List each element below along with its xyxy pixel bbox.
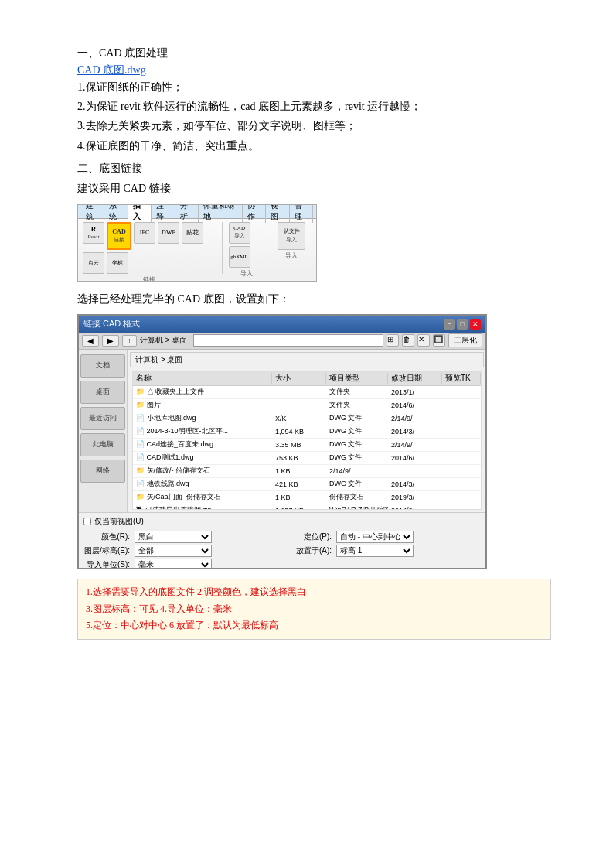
file-name-7: 📄 地铁线路.dwg	[133, 479, 272, 489]
ribbon-tab-manage[interactable]: 管理	[290, 204, 313, 224]
toolbar-forward-btn[interactable]: ▶	[102, 335, 119, 347]
toolbar-icon1[interactable]: ⊞	[387, 334, 399, 347]
placeat-row: 放置于(A): 标高 1	[285, 545, 481, 557]
file-row-3[interactable]: 📄 2014-3-10明理区-北区平... 1,094 KB DWG 文件 20…	[133, 425, 481, 439]
file-type-6: 2/14/9/	[326, 467, 388, 475]
ribbon-btn-from-file[interactable]: 从文件 导入	[278, 222, 305, 250]
ribbon-btn-revit[interactable]: R Revit	[83, 222, 104, 244]
content-line2: 2.为保证 revit 软件运行的流畅性，cad 底图上元素越多，revit 运…	[77, 97, 551, 116]
file-row-6[interactable]: 📁 矢/修改/- 份储存文石 1 KB 2/14/9/	[133, 465, 481, 478]
file-size-4: 3.35 MB	[272, 441, 326, 449]
recommend-text: 建议采用 CAD 链接	[77, 179, 551, 198]
file-size-5: 753 KB	[272, 454, 326, 462]
file-row-2[interactable]: 📄 小地库地图.dwg X/K DWG 文件 2/14/9/	[133, 412, 481, 425]
file-type-0: 文件夹	[326, 387, 388, 397]
current-view-checkbox[interactable]	[83, 518, 91, 525]
ribbon-group-import: CAD 导入 gbXML 导入	[229, 222, 271, 274]
file-type-1: 文件夹	[326, 400, 388, 410]
cad-preview-panel	[486, 350, 487, 512]
ribbon-btn-decal[interactable]: 贴花	[182, 222, 203, 244]
toolbar-icon3[interactable]: ✕	[417, 334, 430, 347]
pointcloud-icon: 点云	[88, 259, 99, 267]
placeat-label: 放置于(A):	[285, 545, 332, 556]
file-size-6: 1 KB	[272, 467, 326, 475]
ribbon-tab-collab[interactable]: 协作	[243, 204, 266, 224]
header-size: 大小	[272, 373, 326, 384]
annotation-line2: 3.图层标高：可见 4.导入单位：毫米	[86, 601, 543, 618]
file-name-4: 📄 CAd连接_百度来.dwg	[133, 439, 272, 449]
ribbon-group-insert-label: 导入	[285, 251, 298, 260]
file-row-4[interactable]: 📄 CAd连接_百度来.dwg 3.35 MB DWG 文件 2/14/9/	[133, 439, 481, 452]
ribbon-tab-system[interactable]: 系统	[104, 204, 128, 224]
cad-import-icon: CAD	[233, 225, 245, 231]
header-type: 项目类型	[326, 373, 388, 384]
ribbon-tab-analyze[interactable]: 分析	[175, 204, 199, 224]
file-date-7: 2014/3/	[388, 480, 442, 488]
header-date: 修改日期	[388, 373, 442, 384]
file-name-1: 📁 图片	[133, 400, 272, 410]
content-line4: 4.保证底图的干净、简洁、突出重点。	[77, 136, 551, 155]
toolbar-new-folder[interactable]: 三层化	[448, 333, 482, 347]
file-date-4: 2/14/9/	[388, 441, 442, 449]
sidebar-computer[interactable]: 此电脑	[80, 433, 125, 456]
placeat-select[interactable]: 标高 1	[336, 545, 414, 557]
toolbar-up-btn[interactable]: ↑	[122, 335, 137, 347]
file-name-5: 📄 CAD测试1.dwg	[133, 453, 272, 463]
file-row-9[interactable]: 🗜 已成功导出连接捆.zip 1,157 KB WinRAR ZIP 压缩文件 …	[133, 504, 481, 510]
section1-title: 一、CAD 底图处理	[77, 46, 551, 60]
ribbon-btn-cad-label: 链接	[114, 236, 124, 244]
ribbon-group-link: R Revit CAD 链接 IFC DWF 贴花 点云	[83, 222, 223, 274]
revit-icon: R	[91, 225, 97, 233]
layers-select[interactable]: 全部	[135, 545, 212, 557]
file-name-3: 📄 2014-3-10明理区-北区平...	[133, 426, 272, 436]
ribbon-tab-view[interactable]: 视图	[266, 204, 289, 224]
file-row-8[interactable]: 📁 矢/Caa门面- 份储存文石 1 KB 份储存文石 2019/3/	[133, 491, 481, 504]
ribbon-btn-pointcloud[interactable]: 点云	[83, 252, 104, 274]
ribbon-body: R Revit CAD 链接 IFC DWF 贴花 点云	[78, 219, 316, 277]
annotation-box: 1.选择需要导入的底图文件 2.调整颜色，建议选择黑白 3.图层标高：可见 4.…	[77, 579, 551, 640]
sidebar-recent[interactable]: 最近访问	[80, 407, 125, 430]
ribbon-group-import-label: 导入	[240, 269, 253, 278]
file-row-0[interactable]: 📁 △ 收藏夹上上文件 文件夹 2013/1/	[133, 386, 481, 399]
ribbon-btn-gbxml[interactable]: gbXML	[229, 246, 250, 268]
file-type-9: WinRAR ZIP 压缩文件	[326, 505, 388, 510]
importunits-select[interactable]: 毫米	[135, 559, 212, 569]
colors-select[interactable]: 黑白	[135, 531, 212, 543]
ribbon-tab-mass[interactable]: 体量和场地	[199, 204, 243, 224]
checkbox-row: 仅当前视图(U)	[83, 516, 481, 527]
sidebar-network[interactable]: 网络	[80, 460, 125, 483]
file-type-4: DWG 文件	[326, 439, 388, 449]
toolbar-icon4[interactable]: 🔲	[433, 334, 445, 347]
ifc-icon: IFC	[140, 229, 149, 236]
sidebar-desktop[interactable]: 桌面	[80, 381, 125, 404]
ribbon-btn-ifc[interactable]: IFC	[134, 222, 155, 244]
dwf-icon: DWF	[162, 229, 175, 236]
cad-preview-area	[486, 352, 487, 453]
sidebar-docs[interactable]: 文档	[80, 354, 125, 378]
file-row-7[interactable]: 📄 地铁线路.dwg 421 KB DWG 文件 2014/3/	[133, 478, 481, 491]
ribbon-btn-coord[interactable]: 坐标	[107, 252, 128, 274]
ribbon-btn-cad-link[interactable]: CAD 链接	[107, 222, 131, 250]
coord-icon: 坐标	[112, 259, 123, 267]
ribbon-tab-insert[interactable]: 插入	[128, 204, 152, 224]
ribbon-btn-dwf[interactable]: DWF	[158, 222, 179, 244]
ribbon-btn-cad-import[interactable]: CAD 导入	[229, 222, 250, 244]
cad-file-area: 计算机 > 桌面 名称 大小 项目类型 修改日期 预览TK 📁 △ 收藏夹上上文…	[128, 350, 486, 512]
position-row: 定位(P): 自动 - 中心到中心	[285, 531, 481, 543]
file-row-5[interactable]: 📄 CAD测试1.dwg 753 KB DWG 文件 2014/6/	[133, 452, 481, 465]
ribbon-tab-build[interactable]: 建筑	[81, 204, 104, 224]
close-button[interactable]: ✕	[470, 319, 481, 330]
toolbar-icon2[interactable]: 🗑	[402, 334, 414, 347]
cad-link[interactable]: CAD 底图.dwg	[77, 64, 146, 76]
ribbon-tab-annotate[interactable]: 注释	[152, 204, 175, 224]
file-name-2: 📄 小地库地图.dwg	[133, 413, 272, 423]
minimize-button[interactable]: －	[444, 319, 455, 330]
file-row-1[interactable]: 📁 图片 文件夹 2014/6/	[133, 399, 481, 412]
gbxml-icon: gbXML	[230, 254, 248, 260]
maximize-button[interactable]: □	[457, 319, 468, 330]
toolbar-back-btn[interactable]: ◀	[82, 335, 99, 347]
file-date-8: 2019/3/	[388, 494, 442, 501]
cad-link-icon: CAD	[112, 228, 125, 235]
position-select[interactable]: 自动 - 中心到中心	[336, 531, 414, 543]
content-line3: 3.去除无关紧要元素，如停车位、部分文字说明、图框等；	[77, 116, 551, 135]
